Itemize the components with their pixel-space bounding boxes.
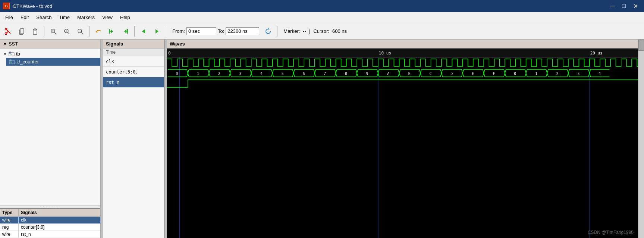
tree-icon-ucounter	[9, 59, 15, 65]
separator-5	[277, 26, 277, 37]
goto-start-icon	[108, 28, 116, 35]
menu-item-search[interactable]: Search	[32, 13, 55, 22]
from-input[interactable]: 0 sec	[186, 27, 216, 35]
svg-rect-5	[20, 29, 24, 33]
menu-item-help[interactable]: Help	[116, 13, 134, 22]
menu-item-edit[interactable]: Edit	[17, 13, 32, 22]
svg-line-9	[54, 32, 56, 34]
tree-icon-tb	[9, 51, 15, 57]
cut-button[interactable]	[2, 25, 14, 37]
minimize-button[interactable]: ─	[607, 2, 618, 10]
separator-4	[166, 26, 166, 37]
svg-rect-25	[127, 29, 128, 34]
sig-name-clk: clk	[19, 217, 29, 223]
to-input[interactable]: 22300 ns	[226, 27, 259, 35]
window-title: GTKWave - tb.vcd	[13, 3, 52, 9]
separator-2	[89, 26, 89, 37]
app-icon: G	[3, 3, 10, 9]
zoom-in-button[interactable]: +	[61, 25, 73, 37]
signal-name-counter: counter[3:0]	[106, 69, 138, 75]
zoom-in-icon: +	[63, 28, 70, 35]
sst-divider: · · · · · · ·	[0, 205, 100, 208]
sst-collapse-icon[interactable]: ▼	[3, 42, 7, 46]
next-button[interactable]	[151, 25, 163, 37]
copy-button[interactable]	[16, 25, 28, 37]
sig-row-rst[interactable]: wire rst_n	[0, 231, 100, 238]
signal-row-clk[interactable]: clk	[103, 56, 164, 67]
svg-marker-26	[142, 29, 145, 34]
menu-item-view[interactable]: View	[98, 13, 116, 22]
signal-row-counter[interactable]: counter[3:0]	[103, 67, 164, 77]
sig-type-counter: reg	[0, 224, 19, 231]
goto-end-button[interactable]	[119, 25, 131, 37]
refresh-button[interactable]	[262, 25, 274, 37]
sig-name-rst: rst_n	[19, 231, 33, 238]
svg-text:+: +	[65, 29, 67, 33]
to-label: To:	[218, 28, 224, 34]
waves-header: Waves	[167, 40, 638, 48]
signals-panel: Signals Time clk counter[3:0] rst_n	[103, 40, 164, 238]
copy-icon	[18, 28, 25, 35]
signal-time-header: Time	[103, 48, 164, 56]
signals-label: Signals	[106, 41, 123, 47]
paste-button[interactable]	[29, 25, 41, 37]
zoom-fit-button[interactable]	[47, 25, 59, 37]
marker-label: Marker:	[283, 28, 300, 34]
tree-label-ucounter: U_counter	[16, 59, 39, 65]
menu-item-file[interactable]: File	[1, 13, 17, 22]
prev-button[interactable]	[138, 25, 150, 37]
cursor-label: Cursor:	[313, 28, 329, 34]
sig-row-clk[interactable]: wire clk	[0, 217, 100, 224]
svg-marker-23	[124, 29, 126, 34]
prev-icon	[140, 28, 147, 35]
undo-button[interactable]	[92, 25, 104, 37]
signals-bottom-panel: Type Signals wire clk reg counter[3:0] w…	[0, 208, 100, 238]
close-button[interactable]: ✕	[630, 2, 641, 10]
signals-header: Signals	[103, 40, 164, 48]
sig-row-counter[interactable]: reg counter[3:0]	[0, 224, 100, 231]
marker-value: --	[303, 28, 306, 34]
svg-marker-28	[268, 28, 270, 29]
pipe-sep: |	[309, 28, 310, 34]
sig-name-counter: counter[3:0]	[19, 224, 47, 231]
col-signals-header: Signals	[19, 209, 100, 216]
goto-start-button[interactable]	[106, 25, 118, 37]
maximize-button[interactable]: □	[619, 2, 629, 10]
waves-panel[interactable]: Waves CSDN @TimFang1990	[167, 40, 638, 238]
paste-icon	[31, 28, 39, 35]
title-left: G GTKWave - tb.vcd	[3, 3, 52, 9]
refresh-icon	[264, 28, 272, 35]
svg-marker-21	[111, 29, 113, 34]
menu-item-markers[interactable]: Markers	[73, 13, 98, 22]
scrollbar-thumb[interactable]	[638, 40, 644, 51]
time-range: From: 0 sec To: 22300 ns	[172, 27, 259, 35]
titlebar: G GTKWave - tb.vcd ─ □ ✕	[0, 0, 644, 12]
from-label: From:	[172, 28, 185, 34]
svg-rect-7	[34, 29, 36, 30]
main-area: ▼ SST ▼ tb	[0, 40, 644, 238]
svg-line-13	[68, 32, 69, 34]
toolbar: + −	[0, 23, 644, 40]
tree-item-ucounter[interactable]: U_counter	[6, 58, 100, 66]
sig-type-clk: wire	[0, 217, 19, 223]
signal-name-clk: clk	[106, 59, 114, 64]
menu-item-time[interactable]: Time	[56, 13, 73, 22]
svg-line-16	[81, 32, 83, 34]
signal-name-rst: rst_n	[106, 80, 119, 85]
svg-rect-30	[9, 52, 11, 53]
signals-bottom-header: Type Signals	[0, 209, 100, 217]
vertical-scrollbar[interactable]	[638, 40, 644, 238]
separator-3	[134, 26, 135, 37]
signal-row-rst[interactable]: rst_n	[103, 77, 164, 88]
waves-canvas[interactable]	[167, 48, 638, 238]
sst-header: ▼ SST	[0, 40, 100, 48]
goto-end-icon	[121, 28, 129, 35]
zoom-out-button[interactable]: −	[74, 25, 86, 37]
waves-label: Waves	[170, 41, 185, 47]
tree-item-tb[interactable]: ▼ tb	[0, 50, 100, 58]
time-label: Time	[106, 50, 116, 55]
col-type-header: Type	[0, 209, 19, 216]
watermark: CSDN @TimFang1990	[588, 230, 634, 235]
zoom-out-icon: −	[76, 28, 84, 35]
sst-tree: ▼ tb U_counter	[0, 48, 100, 205]
